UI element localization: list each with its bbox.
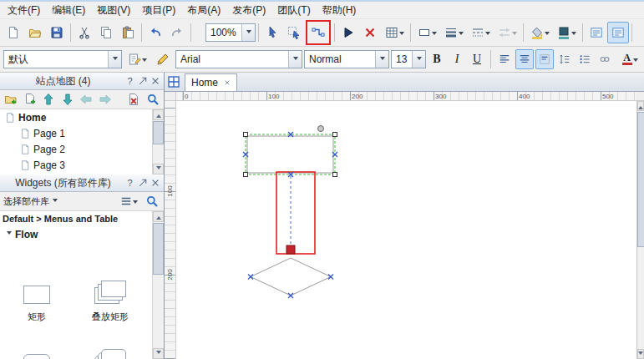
edit-style-button[interactable] xyxy=(152,48,174,70)
copy-button[interactable] xyxy=(95,22,117,43)
widget-style-combobox[interactable]: 默认 xyxy=(3,50,122,68)
line-weight-button[interactable] xyxy=(440,22,467,43)
grid-options-button[interactable] xyxy=(381,22,408,43)
canvas-rectangle-widget[interactable] xyxy=(247,136,333,173)
library-selector-label[interactable]: 选择部件库 xyxy=(3,195,49,208)
widgets-scrollbar[interactable] xyxy=(152,211,164,359)
sitemap-popout-button[interactable] xyxy=(136,75,149,88)
tab-close-icon[interactable] xyxy=(224,79,231,86)
sitemap-close-button[interactable] xyxy=(149,75,161,88)
bold-button[interactable]: B xyxy=(428,49,446,69)
selection-handle[interactable] xyxy=(244,133,248,137)
arrow-style-button[interactable] xyxy=(494,22,520,43)
scroll-down-button[interactable] xyxy=(153,164,164,174)
paste-button[interactable] xyxy=(117,22,139,43)
scroll-down-button[interactable] xyxy=(637,349,644,359)
redo-button[interactable] xyxy=(166,22,188,43)
widgets-help-button[interactable]: ? xyxy=(124,177,136,190)
menu-file[interactable]: 文件(F) xyxy=(2,2,46,19)
font-style-combobox[interactable]: Normal xyxy=(304,50,389,68)
tree-item-page1[interactable]: Page 1 xyxy=(0,125,164,141)
outdent-page-button[interactable] xyxy=(79,91,94,108)
font-family-combobox[interactable]: Arial xyxy=(175,50,302,68)
new-button[interactable] xyxy=(3,22,24,43)
bullet-list-button[interactable] xyxy=(576,49,594,69)
style-dropdown-button[interactable] xyxy=(108,51,121,68)
widget-item-stacked-rectangle[interactable]: 叠放矩形 xyxy=(77,255,144,323)
undo-button[interactable] xyxy=(145,22,166,43)
save-button[interactable] xyxy=(46,22,68,43)
sitemap-help-button[interactable]: ? xyxy=(124,75,136,88)
widgets-popout-button[interactable] xyxy=(136,177,149,190)
chevron-down-icon[interactable] xyxy=(53,199,58,205)
scrollbar-thumb[interactable] xyxy=(153,121,164,144)
widgets-close-button[interactable] xyxy=(149,177,161,190)
scroll-down-button[interactable] xyxy=(153,348,164,359)
zoom-dropdown-button[interactable] xyxy=(241,24,255,41)
align-left-button[interactable] xyxy=(495,49,514,69)
right-panel-toggle-button[interactable] xyxy=(607,22,629,43)
connector-endpoint-marker[interactable] xyxy=(287,245,295,254)
font-size-combobox[interactable]: 13 xyxy=(391,50,426,68)
widgets-search-button[interactable] xyxy=(144,193,160,210)
connection-point-x[interactable] xyxy=(248,275,253,280)
add-folder-button[interactable] xyxy=(3,91,19,108)
widget-item-rectangle[interactable]: 矩形 xyxy=(3,255,70,323)
rotate-handle[interactable] xyxy=(318,126,324,132)
menu-team[interactable]: 团队(T) xyxy=(271,2,316,19)
font-color-button[interactable]: A xyxy=(616,48,644,70)
update-style-button[interactable] xyxy=(124,48,150,70)
menu-view[interactable]: 视图(V) xyxy=(91,2,136,19)
canvas-vertical-scrollbar[interactable] xyxy=(636,101,644,359)
scroll-up-button[interactable] xyxy=(153,211,164,222)
preview-button[interactable] xyxy=(337,22,359,43)
select-intersect-button[interactable] xyxy=(261,22,283,43)
tree-item-page3[interactable]: Page 3 xyxy=(0,157,164,173)
add-page-button[interactable] xyxy=(23,91,38,108)
selection-handle[interactable] xyxy=(244,173,248,177)
library-menu-button[interactable] xyxy=(117,193,140,210)
tree-item-home[interactable]: Home xyxy=(0,109,164,125)
connection-point-x[interactable] xyxy=(328,275,333,280)
open-button[interactable] xyxy=(24,22,46,43)
sitemap-scrollbar[interactable] xyxy=(152,109,164,174)
delete-page-button[interactable] xyxy=(126,91,142,108)
align-center-button[interactable] xyxy=(515,49,534,69)
tab-list-button[interactable] xyxy=(167,75,180,88)
connector-tool-button[interactable] xyxy=(307,22,329,43)
scrollbar-thumb[interactable] xyxy=(637,112,644,247)
line-spacing-button[interactable] xyxy=(555,49,574,69)
sitemap-search-button[interactable] xyxy=(145,91,161,108)
scroll-up-button[interactable] xyxy=(637,101,644,111)
widget-section-flow[interactable]: Flow xyxy=(0,225,164,243)
underline-button[interactable]: U xyxy=(468,49,486,69)
menu-arrange[interactable]: 布局(A) xyxy=(181,2,226,19)
valign-top-button[interactable] xyxy=(535,49,554,69)
menu-help[interactable]: 帮助(H) xyxy=(317,2,363,19)
italic-button[interactable]: I xyxy=(448,49,466,69)
cut-button[interactable] xyxy=(74,22,95,43)
widget-library-breadcrumb[interactable]: Default > Menus and Table xyxy=(0,211,164,225)
canvas-diamond-widget[interactable] xyxy=(251,258,331,296)
menu-project[interactable]: 项目(P) xyxy=(136,2,181,19)
selection-handle[interactable] xyxy=(333,133,337,137)
fill-color-button[interactable] xyxy=(553,22,580,43)
left-panel-toggle-button[interactable] xyxy=(586,22,607,43)
tab-home[interactable]: Home xyxy=(185,73,237,91)
font-dropdown-button[interactable] xyxy=(288,51,302,68)
connection-point-x[interactable] xyxy=(288,293,293,298)
widget-item-rounded-rectangle[interactable]: 圆角矩形 xyxy=(3,323,70,359)
scrollbar-thumb[interactable] xyxy=(153,223,164,275)
fill-bucket-button[interactable] xyxy=(526,22,553,43)
font-size-dropdown-button[interactable] xyxy=(412,51,425,68)
canvas-view[interactable] xyxy=(176,101,636,359)
indent-page-button[interactable] xyxy=(98,91,114,108)
selection-handle[interactable] xyxy=(333,173,337,177)
close-preview-button[interactable] xyxy=(359,22,381,43)
zoom-combobox[interactable]: 100% xyxy=(205,23,256,42)
select-contain-button[interactable] xyxy=(283,22,305,43)
line-style-button[interactable] xyxy=(467,22,494,43)
menu-publish[interactable]: 发布(P) xyxy=(226,2,271,19)
move-down-button[interactable] xyxy=(60,91,76,108)
tree-item-page2[interactable]: Page 2 xyxy=(0,141,164,157)
